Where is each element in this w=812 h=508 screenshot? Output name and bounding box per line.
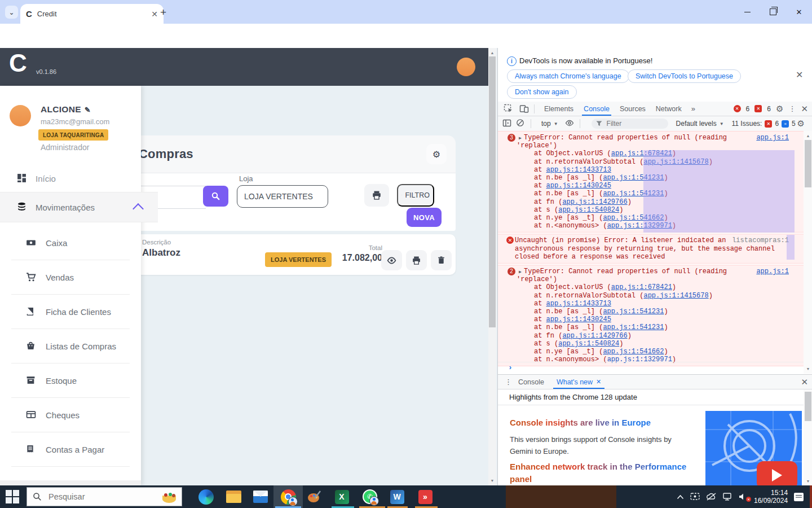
inspect-element-icon[interactable] [504,104,514,114]
sidebar-item-vendas[interactable]: Vendas [0,260,141,294]
source-location-link[interactable]: app.js:1 [756,268,789,275]
card-settings-gear-icon[interactable]: ⚙ [426,144,447,164]
source-location-link[interactable]: app.js:1 [756,134,789,142]
stack-frame-link[interactable]: app.js:1:678421 [611,283,672,291]
tray-chevron-icon[interactable] [677,494,684,500]
issues-indicator-icon[interactable]: ✕ [754,105,762,112]
filter-input[interactable] [606,119,653,128]
issues-summary[interactable]: 11 Issues: ✕ 6 ≡ 5 [732,120,796,128]
sidebar-item-ficha-de-clientes[interactable]: Ficha de Clientes [0,295,141,329]
excel-icon[interactable]: X [334,489,350,505]
stack-frame-link[interactable]: app.js:1:1433713 [546,166,611,174]
stack-frame-link[interactable]: app.js:1:1430245 [546,182,611,190]
stack-frame-link[interactable]: app.js:1:541231 [603,174,664,182]
console-scrollbar[interactable]: ▲ ▼ [804,131,812,374]
whatsapp-icon[interactable]: ✆ [362,489,378,505]
more-tabs-icon[interactable]: » [687,104,700,113]
clear-console-icon[interactable] [516,119,526,129]
page-scrollbar[interactable]: ▲ ▼ [488,48,496,485]
tab-console[interactable]: Console [579,102,615,116]
console-filter[interactable] [592,119,668,129]
switch-devtools-portuguese-button[interactable]: Switch DevTools to Portuguese [628,69,741,83]
delete-trash-icon[interactable] [431,250,452,270]
stack-frame-link[interactable]: app.js:1:541662 [603,348,664,356]
taskbar-search-input[interactable] [47,492,157,502]
volume-muted-icon[interactable]: ✕ [739,493,748,501]
remote-app-icon[interactable]: » [417,489,433,505]
window-restore-button[interactable] [760,0,786,24]
expand-arrow-icon[interactable]: ▶ [519,134,522,142]
console-scrollbar-thumb[interactable] [805,140,811,187]
device-toolbar-icon[interactable] [519,104,529,114]
stack-frame-link[interactable]: app.js:1:1329971 [607,222,672,230]
paint-icon[interactable] [306,489,322,505]
scroll-up-icon[interactable]: ▲ [488,49,496,56]
always-match-language-button[interactable]: Always match Chrome's language [507,69,629,83]
context-selector[interactable]: top▼ [541,120,558,128]
chrome-icon[interactable] [280,489,296,505]
stack-frame-link[interactable]: app.js:1:541231 [603,323,664,331]
word-icon[interactable]: W [389,489,405,505]
nova-button[interactable]: NOVA [407,208,442,227]
sidebar-item-movimentacoes[interactable]: Movimentações [0,192,158,222]
drawer-close-icon[interactable]: ✕ [801,377,808,387]
devtools-settings-gear-icon[interactable]: ⚙ [776,104,783,114]
action-center-icon[interactable] [794,493,804,501]
taskbar-search[interactable] [27,487,182,506]
file-explorer-icon[interactable] [226,489,241,505]
live-expression-eye-icon[interactable] [565,119,575,129]
view-eye-icon[interactable] [381,250,402,270]
devtools-close-icon[interactable]: ✕ [801,104,808,114]
compra-row[interactable]: Descrição Albatroz LOJA VERTENTES Total … [130,234,456,275]
stack-frame-link[interactable]: app.js:1:1430245 [546,316,611,323]
drawer-scrollbar[interactable]: ▼ [804,389,812,486]
drawer-tab-console[interactable]: Console [512,375,550,389]
stack-frame-link[interactable]: app.js:1:1415678 [643,292,708,300]
page-scrollbar-thumb[interactable] [489,56,496,327]
whats-new-article-title[interactable]: Console insights are live in Europe [510,418,651,427]
scroll-down-icon[interactable]: ▼ [488,477,496,484]
header-user-avatar[interactable] [457,58,475,76]
stack-frame-link[interactable]: app.js:1:678421 [611,150,672,157]
scroll-up-icon[interactable]: ▲ [804,132,812,139]
stack-frame-link[interactable]: app.js:1:1429766 [562,198,627,206]
sidebar-item-cheques[interactable]: Cheques [0,398,141,432]
drawer-scrollbar-thumb[interactable] [805,392,811,421]
window-minimize-button[interactable] [734,0,760,24]
youtube-play-button[interactable] [757,461,797,486]
edit-pencil-icon[interactable]: ✎ [85,106,91,114]
scroll-down-icon[interactable]: ▼ [804,365,812,373]
sidebar-item-listas-de-compras[interactable]: Listas de Compras [0,329,141,363]
dont-show-again-button[interactable]: Don't show again [507,85,577,99]
start-button[interactable] [6,490,19,503]
sidebar-item-inicio[interactable]: Início [0,165,158,192]
drawer-menu-icon[interactable]: ⋮ [505,378,512,386]
filtro-button[interactable]: FILTRO [397,184,434,207]
window-close-button[interactable]: ✕ [786,0,812,24]
edge-icon[interactable] [198,489,214,505]
search-button[interactable] [203,186,228,207]
stack-frame-link[interactable]: app.js:1:1429766 [562,332,627,340]
tab-search-chevron-icon[interactable]: ⌄ [5,6,18,19]
sidebar-item-caixa[interactable]: Caixa [0,226,141,260]
stack-frame-link[interactable]: app.js:1:1433713 [546,300,611,308]
loja-select[interactable]: LOJA VERTENTES [237,185,328,208]
new-tab-button[interactable]: + [160,6,166,19]
stack-frame-link[interactable]: app.js:1:541231 [603,190,664,198]
scroll-down-icon[interactable]: ▼ [804,478,812,485]
tray-clock[interactable]: 15:14 16/09/2024 [754,489,788,505]
stack-frame-link[interactable]: app.js:1:541662 [603,214,664,222]
expand-arrow-icon[interactable]: ▶ [519,268,522,276]
mail-icon[interactable] [253,489,268,505]
devtools-menu-icon[interactable]: ⋮ [788,104,796,113]
tab-close-icon[interactable]: ✕ [151,10,158,19]
print-button[interactable] [364,184,389,207]
stack-frame-link[interactable]: app.js:1:1415678 [643,158,708,166]
tab-sources[interactable]: Sources [615,102,651,116]
drawer-tab-whats-new[interactable]: What's new✕ [550,375,607,389]
row-print-icon[interactable] [406,250,427,270]
network-icon[interactable] [723,493,732,501]
console-settings-gear-icon[interactable]: ⚙ [797,119,805,129]
infobar-close-icon[interactable]: ✕ [796,69,803,80]
drawer-tab-close-icon[interactable]: ✕ [596,378,601,386]
